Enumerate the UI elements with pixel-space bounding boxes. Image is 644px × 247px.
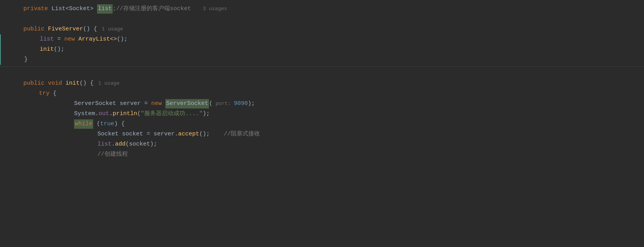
type-list-socket: List<Socket> bbox=[51, 4, 94, 14]
usage-hint-3: 3 usages bbox=[203, 5, 227, 13]
usage-hint-1-init: 1 usage bbox=[98, 80, 120, 88]
println-method: println bbox=[113, 109, 137, 119]
var-socket: socket bbox=[122, 130, 143, 139]
value-9090: 9090 bbox=[234, 99, 248, 108]
socket-param: socket bbox=[129, 140, 150, 149]
close-brace-constructor: } bbox=[24, 55, 28, 64]
code-line-serversocket: ServerSocket server = new ServerSocket (… bbox=[0, 99, 644, 109]
arraylist-class: ArrayList<> bbox=[78, 35, 117, 44]
list-var-add: list bbox=[97, 140, 111, 149]
system-class: System bbox=[74, 109, 95, 119]
comment-create-thread: //创建线程 bbox=[97, 150, 128, 159]
keyword-true: true bbox=[100, 119, 114, 129]
code-line-constructor: public FiveServer () { 1 usage bbox=[0, 24, 644, 34]
type-socket: Socket bbox=[97, 130, 119, 139]
code-line-new-list: list = new ArrayList<> (); bbox=[0, 34, 644, 44]
server-accept-call: server bbox=[154, 130, 175, 139]
code-line-comment-thread: //创建线程 bbox=[0, 149, 644, 160]
var-server: server bbox=[120, 99, 141, 108]
keyword-while: while bbox=[74, 119, 93, 129]
code-line-close-constructor: } bbox=[0, 55, 644, 65]
code-line-try: try { bbox=[0, 89, 644, 99]
method-init-name: init bbox=[65, 79, 80, 88]
type-serversocket: ServerSocket bbox=[74, 99, 116, 108]
constructor-name: FiveServer bbox=[48, 25, 83, 34]
code-editor: private List<Socket> list ;//存储注册的客户端soc… bbox=[0, 0, 644, 247]
comment-blocking-receive: //阻塞式接收 bbox=[224, 130, 260, 139]
keyword-public-1: public bbox=[23, 25, 44, 34]
keyword-new-2: new bbox=[151, 99, 162, 108]
keyword-void: void bbox=[48, 79, 62, 88]
var-list-highlighted: list bbox=[97, 4, 113, 14]
keyword-private: private bbox=[23, 4, 48, 14]
code-line-while: while ( true ) { bbox=[0, 119, 644, 129]
var-list-assign: list bbox=[40, 35, 54, 44]
code-line-1: private List<Socket> list ;//存储注册的客户端soc… bbox=[0, 4, 644, 14]
code-line-println: System . out . println ( "服务器启动成功...." )… bbox=[0, 109, 644, 119]
class-serversocket-highlighted: ServerSocket bbox=[165, 99, 209, 108]
keyword-new-1: new bbox=[64, 35, 75, 44]
code-line-blank2 bbox=[0, 66, 644, 78]
method-init-call: init bbox=[40, 45, 54, 54]
code-line-socket-accept: Socket socket = server . accept (); //阻塞… bbox=[0, 129, 644, 139]
keyword-try: try bbox=[39, 89, 50, 98]
out-field: out bbox=[99, 109, 109, 119]
usage-hint-1-constructor: 1 usage bbox=[102, 25, 123, 34]
comment-store-socket: ;//存储注册的客户端socket bbox=[113, 4, 191, 14]
param-hint-port: port: bbox=[212, 100, 234, 108]
method-accept: accept bbox=[178, 130, 199, 139]
code-line-list-add: list . add ( socket ); bbox=[0, 139, 644, 149]
code-line-init-header: public void init () { 1 usage bbox=[0, 78, 644, 89]
string-server-start: "服务器启动成功...." bbox=[141, 109, 203, 119]
code-line-init-call: init (); bbox=[0, 44, 644, 55]
method-add: add bbox=[115, 140, 126, 149]
code-line-blank1 bbox=[0, 14, 644, 24]
keyword-public-2: public bbox=[23, 79, 44, 88]
